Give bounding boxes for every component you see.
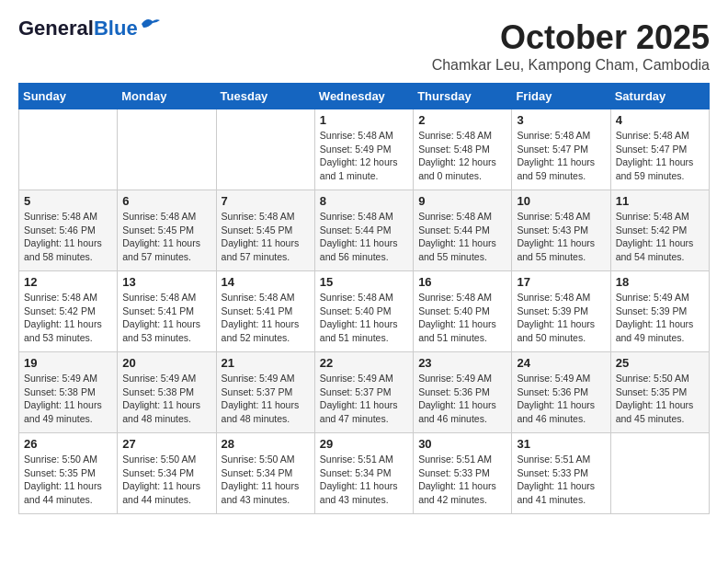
calendar-cell: 29Sunrise: 5:51 AM Sunset: 5:34 PM Dayli… <box>314 433 413 514</box>
calendar-cell: 18Sunrise: 5:49 AM Sunset: 5:39 PM Dayli… <box>610 271 709 352</box>
day-info: Sunrise: 5:48 AM Sunset: 5:40 PM Dayligh… <box>418 291 506 345</box>
day-of-week-header: Friday <box>512 84 610 109</box>
day-number: 4 <box>616 113 704 127</box>
calendar-cell: 23Sunrise: 5:49 AM Sunset: 5:36 PM Dayli… <box>414 352 512 433</box>
calendar-cell: 5Sunrise: 5:48 AM Sunset: 5:46 PM Daylig… <box>19 190 118 271</box>
day-info: Sunrise: 5:48 AM Sunset: 5:42 PM Dayligh… <box>616 210 704 264</box>
day-number: 31 <box>517 437 605 451</box>
calendar-cell: 30Sunrise: 5:51 AM Sunset: 5:33 PM Dayli… <box>414 433 512 514</box>
day-number: 21 <box>222 356 310 370</box>
day-info: Sunrise: 5:49 AM Sunset: 5:37 PM Dayligh… <box>222 372 310 426</box>
day-number: 7 <box>222 194 310 208</box>
day-info: Sunrise: 5:49 AM Sunset: 5:38 PM Dayligh… <box>122 372 210 426</box>
day-info: Sunrise: 5:48 AM Sunset: 5:49 PM Dayligh… <box>320 129 408 183</box>
day-number: 6 <box>122 194 210 208</box>
day-number: 12 <box>24 275 112 289</box>
calendar-week-row: 19Sunrise: 5:49 AM Sunset: 5:38 PM Dayli… <box>19 352 710 433</box>
day-number: 1 <box>320 113 408 127</box>
calendar-week-row: 12Sunrise: 5:48 AM Sunset: 5:42 PM Dayli… <box>19 271 710 352</box>
day-info: Sunrise: 5:48 AM Sunset: 5:47 PM Dayligh… <box>517 129 605 183</box>
day-info: Sunrise: 5:48 AM Sunset: 5:45 PM Dayligh… <box>222 210 310 264</box>
calendar-cell: 24Sunrise: 5:49 AM Sunset: 5:36 PM Dayli… <box>512 352 610 433</box>
calendar-cell: 16Sunrise: 5:48 AM Sunset: 5:40 PM Dayli… <box>414 271 512 352</box>
logo-bird-icon <box>140 17 160 31</box>
calendar-cell: 20Sunrise: 5:49 AM Sunset: 5:38 PM Dayli… <box>118 352 216 433</box>
day-number: 13 <box>122 275 210 289</box>
day-number: 30 <box>418 437 506 451</box>
day-info: Sunrise: 5:51 AM Sunset: 5:33 PM Dayligh… <box>517 453 605 507</box>
header: GeneralBlue October 2025 Chamkar Leu, Ka… <box>18 18 710 74</box>
day-info: Sunrise: 5:48 AM Sunset: 5:43 PM Dayligh… <box>517 210 605 264</box>
calendar-cell: 19Sunrise: 5:49 AM Sunset: 5:38 PM Dayli… <box>19 352 118 433</box>
day-info: Sunrise: 5:49 AM Sunset: 5:39 PM Dayligh… <box>616 291 704 345</box>
day-number: 15 <box>320 275 408 289</box>
day-of-week-header: Tuesday <box>216 84 314 109</box>
day-number: 14 <box>222 275 310 289</box>
calendar-cell: 31Sunrise: 5:51 AM Sunset: 5:33 PM Dayli… <box>512 433 610 514</box>
location-title: Chamkar Leu, Kampong Cham, Cambodia <box>432 57 710 74</box>
calendar-cell <box>216 109 314 190</box>
day-of-week-header: Monday <box>118 84 216 109</box>
day-number: 17 <box>517 275 605 289</box>
day-info: Sunrise: 5:49 AM Sunset: 5:38 PM Dayligh… <box>24 372 112 426</box>
day-number: 11 <box>616 194 704 208</box>
day-number: 3 <box>517 113 605 127</box>
day-number: 29 <box>320 437 408 451</box>
calendar-week-row: 26Sunrise: 5:50 AM Sunset: 5:35 PM Dayli… <box>19 433 710 514</box>
calendar-cell: 17Sunrise: 5:48 AM Sunset: 5:39 PM Dayli… <box>512 271 610 352</box>
day-info: Sunrise: 5:48 AM Sunset: 5:47 PM Dayligh… <box>616 129 704 183</box>
calendar-cell: 14Sunrise: 5:48 AM Sunset: 5:41 PM Dayli… <box>216 271 314 352</box>
day-info: Sunrise: 5:49 AM Sunset: 5:36 PM Dayligh… <box>517 372 605 426</box>
day-info: Sunrise: 5:48 AM Sunset: 5:42 PM Dayligh… <box>24 291 112 345</box>
day-number: 25 <box>616 356 704 370</box>
calendar-cell: 8Sunrise: 5:48 AM Sunset: 5:44 PM Daylig… <box>314 190 413 271</box>
calendar-cell: 9Sunrise: 5:48 AM Sunset: 5:44 PM Daylig… <box>414 190 512 271</box>
day-number: 23 <box>418 356 506 370</box>
day-info: Sunrise: 5:50 AM Sunset: 5:34 PM Dayligh… <box>222 453 310 507</box>
day-number: 5 <box>24 194 112 208</box>
calendar-cell: 4Sunrise: 5:48 AM Sunset: 5:47 PM Daylig… <box>610 109 709 190</box>
day-info: Sunrise: 5:50 AM Sunset: 5:34 PM Dayligh… <box>122 453 210 507</box>
calendar-cell: 27Sunrise: 5:50 AM Sunset: 5:34 PM Dayli… <box>118 433 216 514</box>
day-number: 24 <box>517 356 605 370</box>
calendar-cell <box>118 109 216 190</box>
day-number: 22 <box>320 356 408 370</box>
calendar-cell: 3Sunrise: 5:48 AM Sunset: 5:47 PM Daylig… <box>512 109 610 190</box>
day-number: 26 <box>24 437 112 451</box>
day-number: 10 <box>517 194 605 208</box>
day-info: Sunrise: 5:49 AM Sunset: 5:36 PM Dayligh… <box>418 372 506 426</box>
day-info: Sunrise: 5:48 AM Sunset: 5:48 PM Dayligh… <box>418 129 506 183</box>
day-info: Sunrise: 5:48 AM Sunset: 5:44 PM Dayligh… <box>418 210 506 264</box>
calendar-cell: 2Sunrise: 5:48 AM Sunset: 5:48 PM Daylig… <box>414 109 512 190</box>
calendar-cell: 21Sunrise: 5:49 AM Sunset: 5:37 PM Dayli… <box>216 352 314 433</box>
day-info: Sunrise: 5:48 AM Sunset: 5:40 PM Dayligh… <box>320 291 408 345</box>
day-number: 20 <box>122 356 210 370</box>
calendar-cell: 11Sunrise: 5:48 AM Sunset: 5:42 PM Dayli… <box>610 190 709 271</box>
day-number: 18 <box>616 275 704 289</box>
day-info: Sunrise: 5:48 AM Sunset: 5:41 PM Dayligh… <box>222 291 310 345</box>
day-info: Sunrise: 5:48 AM Sunset: 5:41 PM Dayligh… <box>122 291 210 345</box>
day-info: Sunrise: 5:51 AM Sunset: 5:34 PM Dayligh… <box>320 453 408 507</box>
day-info: Sunrise: 5:48 AM Sunset: 5:45 PM Dayligh… <box>122 210 210 264</box>
day-info: Sunrise: 5:50 AM Sunset: 5:35 PM Dayligh… <box>24 453 112 507</box>
calendar-cell: 12Sunrise: 5:48 AM Sunset: 5:42 PM Dayli… <box>19 271 118 352</box>
day-info: Sunrise: 5:49 AM Sunset: 5:37 PM Dayligh… <box>320 372 408 426</box>
day-info: Sunrise: 5:48 AM Sunset: 5:46 PM Dayligh… <box>24 210 112 264</box>
month-title: October 2025 <box>432 18 710 57</box>
calendar-cell: 13Sunrise: 5:48 AM Sunset: 5:41 PM Dayli… <box>118 271 216 352</box>
day-of-week-header: Wednesday <box>314 84 413 109</box>
day-info: Sunrise: 5:50 AM Sunset: 5:35 PM Dayligh… <box>616 372 704 426</box>
calendar-cell: 7Sunrise: 5:48 AM Sunset: 5:45 PM Daylig… <box>216 190 314 271</box>
logo-text: GeneralBlue <box>18 18 138 39</box>
day-number: 27 <box>122 437 210 451</box>
calendar-cell: 1Sunrise: 5:48 AM Sunset: 5:49 PM Daylig… <box>314 109 413 190</box>
calendar-cell: 6Sunrise: 5:48 AM Sunset: 5:45 PM Daylig… <box>118 190 216 271</box>
calendar-cell <box>610 433 709 514</box>
day-of-week-header: Sunday <box>19 84 118 109</box>
calendar-week-row: 1Sunrise: 5:48 AM Sunset: 5:49 PM Daylig… <box>19 109 710 190</box>
calendar-cell: 26Sunrise: 5:50 AM Sunset: 5:35 PM Dayli… <box>19 433 118 514</box>
calendar-cell: 28Sunrise: 5:50 AM Sunset: 5:34 PM Dayli… <box>216 433 314 514</box>
day-of-week-header: Saturday <box>610 84 709 109</box>
day-number: 2 <box>418 113 506 127</box>
day-info: Sunrise: 5:51 AM Sunset: 5:33 PM Dayligh… <box>418 453 506 507</box>
